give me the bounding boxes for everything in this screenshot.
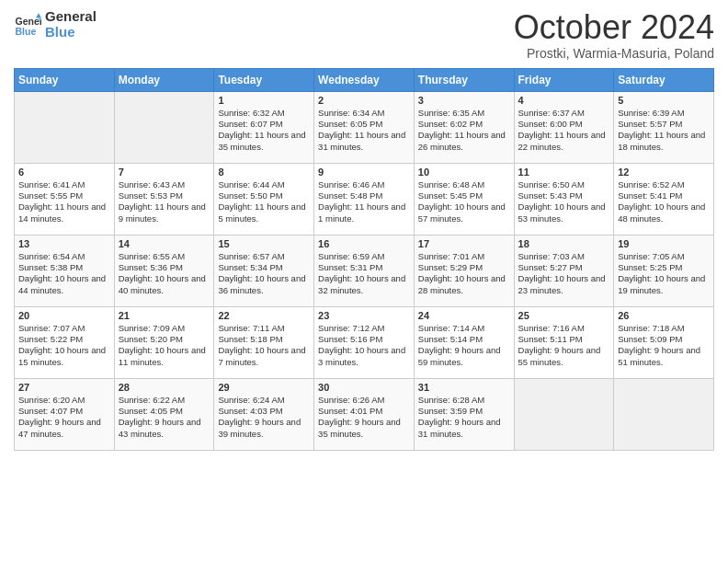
day-info: Daylight: 9 hours and 39 minutes. bbox=[218, 417, 310, 440]
day-info: Sunset: 5:41 PM bbox=[618, 190, 710, 201]
day-info: Sunrise: 6:44 AM bbox=[218, 179, 310, 190]
calendar-cell: 8Sunrise: 6:44 AMSunset: 5:50 PMDaylight… bbox=[214, 163, 314, 235]
day-info: Sunset: 5:31 PM bbox=[318, 262, 410, 273]
location-subtitle: Prostki, Warmia-Masuria, Poland bbox=[514, 46, 714, 61]
day-number: 15 bbox=[218, 238, 310, 249]
day-info: Sunset: 5:34 PM bbox=[218, 262, 310, 273]
day-number: 28 bbox=[119, 382, 210, 393]
calendar-cell: 1Sunrise: 6:32 AMSunset: 6:07 PMDaylight… bbox=[214, 91, 314, 163]
calendar-cell: 17Sunrise: 7:01 AMSunset: 5:29 PMDayligh… bbox=[414, 235, 514, 306]
day-info: Sunrise: 6:43 AM bbox=[119, 179, 210, 190]
day-info: Sunset: 5:45 PM bbox=[418, 190, 510, 201]
svg-text:Blue: Blue bbox=[16, 25, 37, 36]
day-info: Sunset: 5:57 PM bbox=[618, 119, 710, 130]
calendar-cell: 16Sunrise: 6:59 AMSunset: 5:31 PMDayligh… bbox=[314, 235, 415, 306]
day-info: Sunset: 5:22 PM bbox=[18, 334, 110, 345]
day-info: Sunrise: 6:54 AM bbox=[18, 251, 110, 262]
title-block: October 2024 Prostki, Warmia-Masuria, Po… bbox=[514, 9, 714, 61]
calendar-cell bbox=[614, 378, 714, 450]
day-number: 4 bbox=[518, 95, 610, 106]
day-info: Sunset: 5:55 PM bbox=[18, 190, 110, 201]
day-number: 7 bbox=[119, 167, 210, 178]
day-number: 17 bbox=[418, 238, 510, 249]
day-info: Daylight: 10 hours and 23 minutes. bbox=[518, 273, 610, 296]
day-info: Sunrise: 6:22 AM bbox=[119, 395, 210, 406]
day-info: Sunrise: 6:20 AM bbox=[18, 395, 110, 406]
calendar-cell: 14Sunrise: 6:55 AMSunset: 5:36 PMDayligh… bbox=[114, 235, 214, 306]
day-info: Sunrise: 6:24 AM bbox=[218, 395, 310, 406]
calendar-cell: 2Sunrise: 6:34 AMSunset: 6:05 PMDaylight… bbox=[314, 91, 415, 163]
day-number: 14 bbox=[119, 238, 210, 249]
day-info: Daylight: 11 hours and 31 minutes. bbox=[318, 130, 410, 153]
day-info: Daylight: 10 hours and 3 minutes. bbox=[318, 345, 410, 368]
day-info: Daylight: 10 hours and 19 minutes. bbox=[618, 273, 710, 296]
day-info: Sunset: 5:38 PM bbox=[18, 262, 110, 273]
calendar-cell: 29Sunrise: 6:24 AMSunset: 4:03 PMDayligh… bbox=[214, 378, 314, 450]
day-info: Sunset: 5:53 PM bbox=[119, 190, 210, 201]
day-info: Daylight: 9 hours and 31 minutes. bbox=[418, 417, 510, 440]
weekday-header-friday: Friday bbox=[514, 68, 614, 91]
day-number: 18 bbox=[518, 238, 610, 249]
day-info: Daylight: 11 hours and 35 minutes. bbox=[218, 130, 310, 153]
calendar-cell: 9Sunrise: 6:46 AMSunset: 5:48 PMDaylight… bbox=[314, 163, 415, 235]
calendar-cell: 7Sunrise: 6:43 AMSunset: 5:53 PMDaylight… bbox=[114, 163, 214, 235]
day-info: Sunset: 5:20 PM bbox=[119, 334, 210, 345]
weekday-header-thursday: Thursday bbox=[414, 68, 514, 91]
day-info: Sunrise: 6:50 AM bbox=[518, 179, 610, 190]
week-row-1: 1Sunrise: 6:32 AMSunset: 6:07 PMDaylight… bbox=[15, 91, 714, 163]
day-number: 9 bbox=[318, 167, 410, 178]
day-info: Daylight: 11 hours and 5 minutes. bbox=[218, 201, 310, 224]
day-info: Sunrise: 6:48 AM bbox=[418, 179, 510, 190]
day-number: 2 bbox=[318, 95, 410, 106]
day-info: Sunset: 6:02 PM bbox=[418, 119, 510, 130]
day-info: Sunset: 6:00 PM bbox=[518, 119, 610, 130]
calendar-cell: 20Sunrise: 7:07 AMSunset: 5:22 PMDayligh… bbox=[15, 306, 115, 378]
day-number: 26 bbox=[618, 310, 710, 321]
calendar-cell: 27Sunrise: 6:20 AMSunset: 4:07 PMDayligh… bbox=[15, 378, 115, 450]
day-number: 20 bbox=[18, 310, 110, 321]
day-number: 21 bbox=[119, 310, 210, 321]
day-info: Daylight: 11 hours and 26 minutes. bbox=[418, 130, 510, 153]
calendar-cell: 3Sunrise: 6:35 AMSunset: 6:02 PMDaylight… bbox=[414, 91, 514, 163]
day-info: Sunrise: 6:52 AM bbox=[618, 179, 710, 190]
day-info: Sunrise: 7:16 AM bbox=[518, 323, 610, 334]
day-number: 31 bbox=[418, 382, 510, 393]
day-number: 8 bbox=[218, 167, 310, 178]
calendar-cell: 23Sunrise: 7:12 AMSunset: 5:16 PMDayligh… bbox=[314, 306, 415, 378]
day-number: 5 bbox=[618, 95, 710, 106]
day-number: 16 bbox=[318, 238, 410, 249]
day-info: Sunset: 5:50 PM bbox=[218, 190, 310, 201]
day-info: Sunrise: 7:12 AM bbox=[318, 323, 410, 334]
day-info: Daylight: 10 hours and 7 minutes. bbox=[218, 345, 310, 368]
week-row-3: 13Sunrise: 6:54 AMSunset: 5:38 PMDayligh… bbox=[15, 235, 714, 306]
day-info: Sunrise: 6:28 AM bbox=[418, 395, 510, 406]
logo-icon: General Blue bbox=[14, 11, 41, 39]
day-number: 22 bbox=[218, 310, 310, 321]
day-info: Sunset: 5:27 PM bbox=[518, 262, 610, 273]
calendar-cell: 19Sunrise: 7:05 AMSunset: 5:25 PMDayligh… bbox=[614, 235, 714, 306]
day-number: 19 bbox=[618, 238, 710, 249]
day-info: Daylight: 10 hours and 40 minutes. bbox=[119, 273, 210, 296]
weekday-header-sunday: Sunday bbox=[15, 68, 115, 91]
day-info: Sunset: 4:05 PM bbox=[119, 406, 210, 417]
day-info: Sunset: 5:43 PM bbox=[518, 190, 610, 201]
day-info: Sunrise: 7:05 AM bbox=[618, 251, 710, 262]
calendar-cell: 12Sunrise: 6:52 AMSunset: 5:41 PMDayligh… bbox=[614, 163, 714, 235]
weekday-header-monday: Monday bbox=[114, 68, 214, 91]
calendar-cell: 4Sunrise: 6:37 AMSunset: 6:00 PMDaylight… bbox=[514, 91, 614, 163]
day-info: Daylight: 9 hours and 47 minutes. bbox=[18, 417, 110, 440]
day-info: Sunset: 4:07 PM bbox=[18, 406, 110, 417]
day-info: Daylight: 9 hours and 43 minutes. bbox=[119, 417, 210, 440]
calendar-cell: 5Sunrise: 6:39 AMSunset: 5:57 PMDaylight… bbox=[614, 91, 714, 163]
week-row-4: 20Sunrise: 7:07 AMSunset: 5:22 PMDayligh… bbox=[15, 306, 714, 378]
calendar-cell: 28Sunrise: 6:22 AMSunset: 4:05 PMDayligh… bbox=[114, 378, 214, 450]
day-info: Daylight: 11 hours and 22 minutes. bbox=[518, 130, 610, 153]
day-number: 3 bbox=[418, 95, 510, 106]
day-info: Sunset: 5:36 PM bbox=[119, 262, 210, 273]
calendar-cell: 25Sunrise: 7:16 AMSunset: 5:11 PMDayligh… bbox=[514, 306, 614, 378]
day-number: 24 bbox=[418, 310, 510, 321]
day-info: Daylight: 11 hours and 14 minutes. bbox=[18, 201, 110, 224]
day-info: Sunrise: 7:18 AM bbox=[618, 323, 710, 334]
page: General Blue General Blue October 2024 P… bbox=[0, 0, 728, 460]
day-number: 29 bbox=[218, 382, 310, 393]
